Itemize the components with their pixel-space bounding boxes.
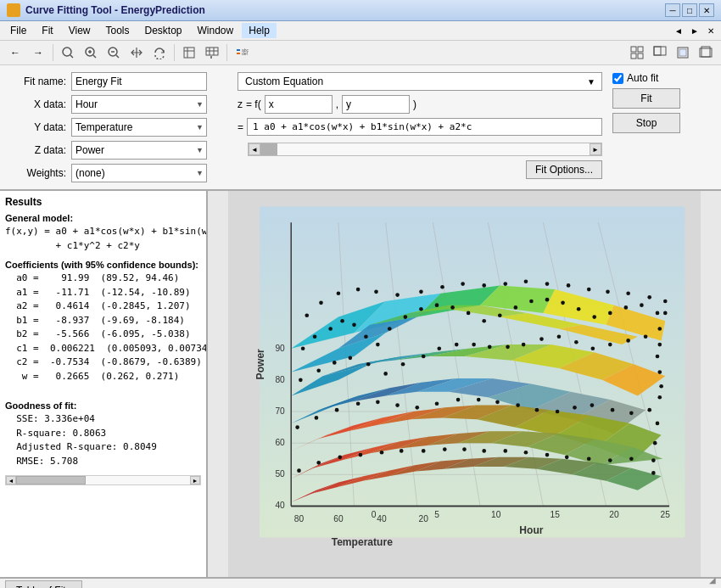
pan-button[interactable]: [126, 43, 147, 62]
svg-point-164: [477, 398, 481, 402]
svg-text:10: 10: [491, 510, 501, 519]
svg-point-120: [467, 311, 471, 316]
coefficients-list: a0 = 91.99 (89.52, 94.46) a1 = -11.71 (-…: [5, 272, 201, 384]
toolbar: ← →: [0, 41, 721, 65]
zoom-out-button[interactable]: [103, 43, 124, 62]
data-cursor-button[interactable]: [179, 43, 199, 62]
svg-rect-22: [638, 47, 643, 52]
eq-type-row: Custom Equation ▼: [238, 72, 602, 91]
scroll-right-arrow[interactable]: ►: [590, 143, 601, 155]
results-title: Results: [5, 196, 201, 208]
zoom-in-button[interactable]: [81, 43, 101, 62]
scroll-left-arrow[interactable]: ◄: [249, 143, 260, 155]
svg-point-197: [395, 293, 400, 297]
forward-button[interactable]: →: [28, 43, 48, 62]
svg-point-149: [574, 340, 578, 344]
fullscreen-button[interactable]: [673, 43, 693, 62]
svg-point-212: [657, 327, 662, 331]
pin-right-icon[interactable]: ►: [688, 24, 701, 37]
svg-point-160: [395, 403, 400, 407]
zoom-fit-button[interactable]: [58, 43, 78, 62]
brush-button[interactable]: [202, 43, 222, 62]
results-scroll-thumb[interactable]: [16, 476, 86, 484]
z-data-row: Z data: Power ▼: [7, 141, 227, 160]
table-fits-tab[interactable]: Table of Fits: [5, 580, 82, 589]
close-button[interactable]: ✕: [699, 3, 714, 17]
svg-point-157: [335, 408, 339, 412]
svg-point-192: [305, 313, 309, 317]
svg-point-114: [376, 343, 380, 347]
coefficient-item: b2 = -5.566 (-6.095, -5.038): [5, 328, 201, 342]
menu-file[interactable]: File: [3, 23, 33, 38]
restore-button[interactable]: □: [682, 3, 697, 17]
svg-point-174: [297, 468, 301, 473]
fit-options-button[interactable]: Fit Options...: [526, 160, 602, 179]
legend-button[interactable]: abc def: [232, 43, 252, 62]
y-data-select[interactable]: Temperature: [71, 118, 207, 137]
menu-help[interactable]: Help: [242, 23, 277, 38]
eq-y-input[interactable]: [342, 95, 410, 114]
tile-button[interactable]: [627, 43, 647, 62]
results-hscrollbar[interactable]: ◄ ►: [5, 475, 201, 485]
svg-point-178: [380, 451, 384, 455]
menu-window[interactable]: Window: [191, 23, 241, 38]
svg-point-141: [437, 346, 441, 350]
eq-type-select[interactable]: Custom Equation: [238, 72, 602, 91]
svg-point-177: [359, 453, 363, 457]
svg-text:0: 0: [372, 510, 377, 519]
eq-formula-box[interactable]: 1 a0 + a1*cos(w*x) + b1*sin(w*x) + a2*c: [247, 118, 602, 136]
z-data-select-wrap: Power ▼: [71, 141, 207, 160]
eq-type-select-wrap: Custom Equation ▼: [238, 72, 602, 91]
undock-icon[interactable]: ✕: [704, 24, 718, 37]
svg-rect-26: [654, 47, 661, 55]
results-scroll-right[interactable]: ►: [190, 476, 200, 484]
eq-scrollbar[interactable]: ◄ ►: [248, 143, 602, 156]
resize-corner-icon[interactable]: ◢: [709, 575, 716, 585]
fit-name-input[interactable]: [71, 72, 207, 91]
svg-point-128: [592, 315, 596, 319]
svg-point-170: [590, 403, 595, 407]
z-data-select[interactable]: Power: [71, 141, 207, 160]
coefficient-item: a2 = 0.4614 (-0.2845, 1.207): [5, 300, 201, 314]
rotate-button[interactable]: [149, 43, 170, 62]
scroll-thumb[interactable]: [260, 143, 277, 155]
y-data-row: Y data: Temperature ▼: [7, 118, 227, 137]
pin-left-icon[interactable]: ◄: [672, 24, 685, 37]
svg-point-134: [316, 368, 321, 372]
svg-text:60: 60: [275, 438, 285, 447]
svg-point-184: [503, 449, 507, 453]
menubar-right: ◄ ► ✕: [672, 24, 718, 37]
back-button[interactable]: ←: [5, 43, 25, 62]
autofit-checkbox[interactable]: [612, 73, 623, 84]
weights-select[interactable]: (none): [71, 164, 207, 182]
svg-text:40: 40: [377, 514, 387, 524]
fit-button[interactable]: Fit: [612, 88, 680, 109]
svg-point-137: [366, 362, 371, 367]
menu-view[interactable]: View: [62, 23, 98, 38]
maximize-button[interactable]: [696, 43, 716, 62]
svg-point-150: [591, 346, 595, 350]
svg-point-119: [450, 305, 455, 310]
eq-x-input[interactable]: [265, 95, 333, 114]
results-goodness: Goodness of fit: SSE: 3.336e+04 R-square…: [5, 390, 201, 468]
svg-rect-24: [638, 53, 643, 59]
svg-point-173: [647, 408, 651, 412]
menu-fit[interactable]: Fit: [35, 23, 59, 38]
svg-point-110: [328, 327, 333, 331]
menu-desktop[interactable]: Desktop: [138, 23, 189, 38]
bottom-area: Results General model: f(x,y) = a0 + a1*…: [0, 191, 721, 577]
svg-point-122: [498, 313, 502, 317]
minimize-button[interactable]: ─: [665, 3, 680, 17]
dock-button[interactable]: [650, 43, 670, 62]
svg-point-198: [419, 290, 423, 294]
stop-button[interactable]: Stop: [612, 113, 680, 133]
x-data-select[interactable]: Hour: [71, 95, 207, 114]
svg-point-165: [495, 400, 500, 405]
svg-point-203: [524, 279, 528, 283]
svg-point-121: [482, 319, 486, 323]
title-bar: Curve Fitting Tool - EnergyPrediction ─ …: [0, 0, 721, 21]
menu-tools[interactable]: Tools: [98, 23, 136, 38]
results-scroll-left[interactable]: ◄: [6, 476, 16, 484]
svg-point-153: [644, 334, 648, 339]
svg-point-124: [529, 300, 534, 304]
